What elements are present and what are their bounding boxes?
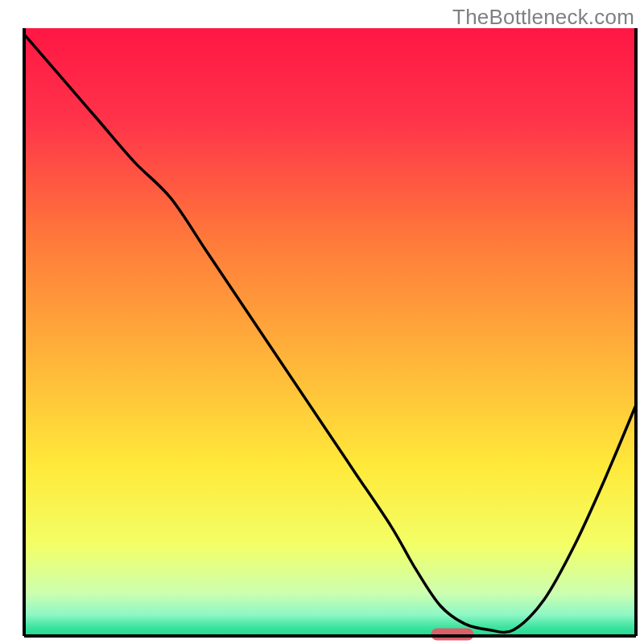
- bottleneck-chart: TheBottleneck.com: [0, 0, 644, 644]
- chart-svg: [0, 0, 644, 644]
- watermark-label: TheBottleneck.com: [452, 5, 634, 30]
- gradient-background: [24, 28, 636, 636]
